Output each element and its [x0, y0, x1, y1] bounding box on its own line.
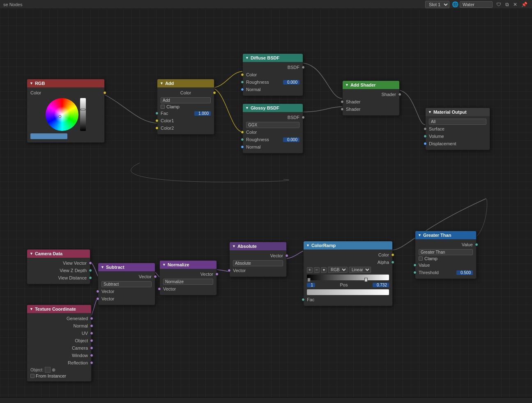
- add-shader-shader1-input[interactable]: [341, 100, 344, 103]
- tc-object-picker-icon[interactable]: ⊕: [52, 367, 55, 373]
- color-ramp-remove-btn[interactable]: −: [314, 267, 320, 273]
- add-color2-label: Color2: [161, 126, 211, 131]
- texture-coordinate-body: Generated Normal UV Object Camera Window: [27, 313, 91, 381]
- diffuse-normal-input[interactable]: [241, 88, 244, 91]
- tc-uv-output[interactable]: [90, 332, 93, 335]
- copy-icon[interactable]: ⧉: [504, 1, 510, 8]
- absolute-vector-output[interactable]: [285, 254, 288, 257]
- color-ramp-alpha-output[interactable]: [391, 261, 394, 264]
- color-ramp-menu-btn[interactable]: ▾: [321, 267, 327, 273]
- rgb-color-output[interactable]: [103, 91, 106, 94]
- tc-object-box[interactable]: [45, 367, 51, 373]
- shield-icon[interactable]: 🛡: [495, 1, 502, 8]
- material-displacement-row: Displacement: [426, 140, 490, 147]
- camera-view-z-output[interactable]: [89, 269, 92, 272]
- greater-than-value-in-row: Value: [415, 261, 476, 269]
- diffuse-arrow: ▼: [245, 56, 249, 60]
- color-wheel[interactable]: [46, 98, 78, 131]
- normalize-mode-dropdown[interactable]: Normalize: [163, 279, 213, 285]
- diffuse-roughness-input[interactable]: [241, 80, 244, 84]
- color-ramp-pos-value[interactable]: 0.732: [373, 283, 389, 287]
- tc-normal-output[interactable]: [90, 324, 93, 327]
- glossy-roughness-input[interactable]: [241, 138, 244, 141]
- greater-than-mode-dropdown[interactable]: Greater Than: [419, 249, 473, 255]
- color-ramp-gradient-bar[interactable]: [307, 275, 389, 280]
- glossy-mode-dropdown[interactable]: GGX: [246, 122, 299, 128]
- tc-reflection-output[interactable]: [90, 361, 93, 364]
- material-displacement-input[interactable]: [424, 142, 427, 145]
- add-fac-input[interactable]: [155, 112, 159, 115]
- camera-data-title: Camera Data: [35, 251, 62, 256]
- glossy-roughness-value[interactable]: 0.000: [283, 137, 299, 142]
- subtract-body: Vector Subtract Vector Vector: [98, 271, 155, 305]
- diffuse-roughness-value[interactable]: 0.000: [283, 80, 299, 85]
- add-node-header: ▼ Add: [157, 79, 214, 87]
- color-value-slider[interactable]: [80, 98, 86, 131]
- material-output-title: Material Output: [433, 110, 467, 114]
- camera-view-dist-output[interactable]: [89, 276, 92, 279]
- diffuse-bsdf-output[interactable]: [302, 66, 305, 69]
- subtract-vector1-input[interactable]: [96, 290, 99, 293]
- subtract-vector2-input[interactable]: [96, 297, 99, 300]
- subtract-vector-output[interactable]: [154, 275, 157, 278]
- diffuse-roughness-row: Roughness 0.000: [243, 78, 303, 86]
- absolute-mode-dropdown[interactable]: Absolute: [233, 260, 283, 266]
- material-volume-input[interactable]: [424, 135, 427, 138]
- node-canvas[interactable]: ▼ RGB Color ▼ Add: [0, 9, 532, 403]
- subtract-header: ▼ Subtract: [98, 263, 155, 271]
- normalize-vector-output[interactable]: [215, 272, 219, 276]
- interpolation-select[interactable]: Linear: [349, 267, 371, 273]
- glossy-normal-input[interactable]: [241, 145, 244, 149]
- tc-camera-output[interactable]: [90, 346, 93, 350]
- tc-window-output[interactable]: [90, 354, 93, 357]
- color-ramp-add-btn[interactable]: +: [307, 267, 313, 273]
- color-mode-select[interactable]: RGB: [328, 267, 348, 273]
- greater-than-mode-row: Greater Than: [415, 248, 476, 256]
- material-output-header: ▼ Material Output: [426, 108, 490, 116]
- tc-from-instancer-checkbox[interactable]: [30, 374, 35, 378]
- slot-selector[interactable]: Slot 1: [425, 1, 449, 8]
- color-preview[interactable]: [30, 133, 67, 139]
- add-color2-input[interactable]: [155, 126, 159, 130]
- color-ramp-fac-row: Fac: [304, 296, 392, 303]
- diffuse-color-input[interactable]: [241, 73, 244, 76]
- material-volume-row: Volume: [426, 133, 490, 140]
- normalize-mode-row: Normalize: [160, 278, 216, 285]
- material-name: Water: [460, 1, 493, 8]
- add-mode-dropdown[interactable]: Add: [161, 97, 211, 103]
- absolute-body: Vector Absolute Vector: [230, 250, 286, 277]
- greater-than-threshold-input[interactable]: [413, 271, 417, 274]
- add-body: Color Add Clamp Fac 1.000 Color1 Colo: [157, 87, 214, 134]
- absolute-vector-input[interactable]: [228, 269, 231, 272]
- subtract-mode-dropdown[interactable]: Subtract: [101, 281, 152, 287]
- add-color-output[interactable]: [213, 91, 216, 94]
- add-shader-shader2-input[interactable]: [341, 108, 344, 111]
- close-icon[interactable]: ✕: [512, 1, 518, 8]
- normalize-vector-input[interactable]: [158, 287, 161, 291]
- add-clamp-checkbox[interactable]: [161, 105, 165, 109]
- color-ramp-fac-input[interactable]: [302, 298, 305, 301]
- texture-coordinate-header: ▼ Texture Coordinate: [27, 305, 91, 313]
- camera-view-vector-output[interactable]: [89, 261, 92, 265]
- add-fac-value[interactable]: 1.000: [194, 111, 211, 116]
- material-output-mode[interactable]: All: [429, 119, 486, 125]
- glossy-bsdf-node: ▼ Glossy BSDF BSDF GGX Color Roughness 0…: [242, 103, 303, 153]
- glossy-color-input[interactable]: [241, 131, 244, 134]
- color-ramp-color-output[interactable]: [391, 253, 394, 256]
- greater-than-body: Value Greater Than Clamp Value Threshold…: [415, 239, 476, 279]
- greater-than-clamp-checkbox[interactable]: [419, 256, 423, 261]
- greater-than-threshold-label: Threshold: [419, 270, 456, 275]
- greater-than-value-input[interactable]: [413, 263, 417, 267]
- add-shader-shader2-label: Shader: [346, 107, 396, 112]
- material-surface-input[interactable]: [424, 127, 427, 131]
- greater-than-value-output[interactable]: [475, 243, 478, 246]
- tc-generated-output[interactable]: [90, 317, 93, 320]
- add-shader-output[interactable]: [398, 93, 401, 96]
- add-color1-input[interactable]: [155, 119, 159, 122]
- color-ramp-stop-index[interactable]: 1: [307, 283, 315, 287]
- greater-than-threshold-value[interactable]: 0.500: [456, 270, 473, 275]
- glossy-bsdf-output[interactable]: [302, 116, 305, 119]
- tc-object-output[interactable]: [90, 339, 93, 342]
- pin-icon[interactable]: 📌: [520, 1, 529, 8]
- color-ramp-white-strip: [307, 289, 389, 295]
